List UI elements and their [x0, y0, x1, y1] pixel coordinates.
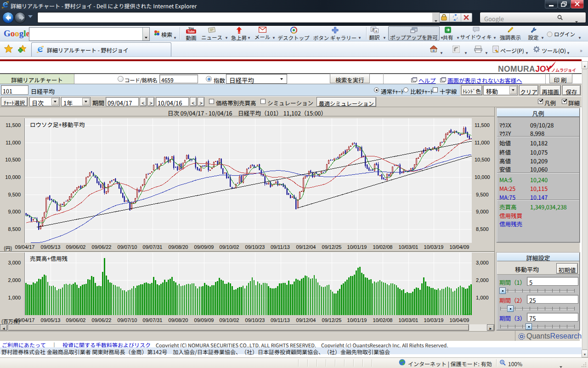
svg-text:You: You — [188, 27, 194, 30]
svg-text:a: a — [375, 29, 377, 33]
svg-text:Tube: Tube — [187, 30, 195, 33]
